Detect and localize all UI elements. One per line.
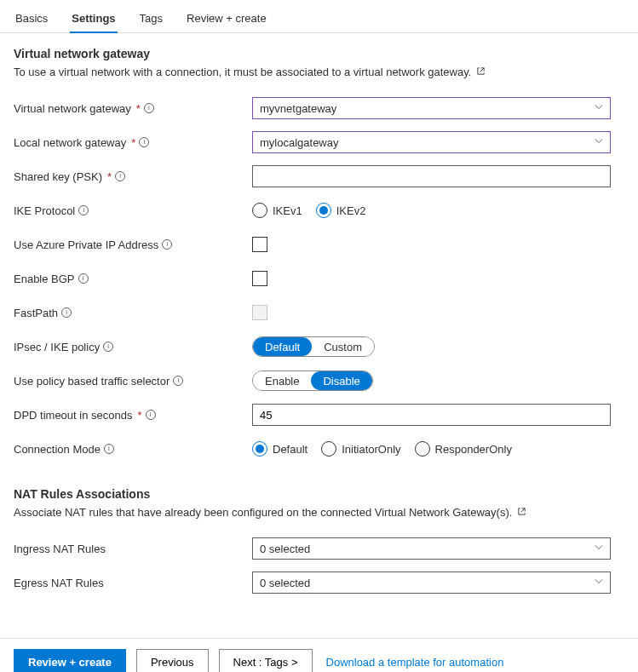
- toggle-policy-selector[interactable]: Enable Disable: [252, 370, 373, 391]
- radio-conn-default[interactable]: Default: [252, 441, 308, 457]
- info-icon[interactable]: i: [139, 137, 149, 147]
- radio-conn-responder-label: ResponderOnly: [435, 443, 512, 456]
- egress-nat-select[interactable]: 0 selected: [252, 571, 611, 594]
- checkbox-fastpath: [252, 305, 267, 320]
- label-vnet-gateway: Virtual network gateway: [14, 102, 131, 115]
- nat-desc: Associate NAT rules that have already be…: [14, 506, 624, 519]
- label-local-gateway: Local network gateway: [14, 136, 126, 149]
- local-gateway-value: mylocalgateway: [260, 136, 339, 149]
- required-icon: *: [107, 170, 112, 183]
- label-fastpath: FastPath: [14, 307, 58, 319]
- label-shared-key: Shared key (PSK): [14, 170, 102, 183]
- info-icon[interactable]: i: [162, 239, 172, 250]
- tab-bar: Basics Settings Tags Review + create: [0, 0, 638, 33]
- radio-ikev2[interactable]: IKEv2: [316, 203, 366, 218]
- radio-conn-initiator-label: InitiatorOnly: [342, 443, 400, 456]
- label-use-private-ip: Use Azure Private IP Address: [14, 238, 158, 251]
- vng-desc-text: To use a virtual network with a connecti…: [14, 66, 471, 78]
- info-icon[interactable]: i: [104, 444, 114, 454]
- required-icon: *: [137, 409, 141, 422]
- label-enable-bgp: Enable BGP: [14, 273, 75, 285]
- info-icon[interactable]: i: [115, 171, 125, 181]
- vng-desc: To use a virtual network with a connecti…: [14, 66, 624, 78]
- checkbox-enable-bgp[interactable]: [252, 271, 267, 286]
- vnet-gateway-select[interactable]: myvnetgateway: [252, 97, 611, 119]
- label-ike-protocol: IKE Protocol: [14, 204, 75, 217]
- info-icon[interactable]: i: [173, 376, 183, 386]
- radio-conn-initiator[interactable]: InitiatorOnly: [321, 441, 400, 457]
- vnet-gateway-value: myvnetgateway: [260, 102, 336, 115]
- tab-tags[interactable]: Tags: [138, 7, 164, 33]
- label-ingress-nat: Ingress NAT Rules: [14, 543, 106, 555]
- label-ipsec-policy: IPsec / IKE policy: [14, 341, 100, 353]
- info-icon[interactable]: i: [78, 205, 89, 215]
- info-icon[interactable]: i: [144, 103, 154, 113]
- info-icon[interactable]: i: [78, 273, 89, 284]
- ingress-nat-value: 0 selected: [260, 543, 310, 555]
- previous-button[interactable]: Previous: [136, 649, 209, 672]
- label-policy-selector: Use policy based traffic selector: [14, 375, 170, 388]
- info-icon[interactable]: i: [146, 410, 156, 420]
- info-icon[interactable]: i: [103, 342, 113, 352]
- ingress-nat-select[interactable]: 0 selected: [252, 537, 611, 560]
- download-template-link[interactable]: Download a template for automation: [326, 656, 504, 669]
- section-nat-rules: NAT Rules Associations Associate NAT rul…: [0, 474, 638, 607]
- label-connection-mode: Connection Mode: [14, 443, 101, 456]
- pill-custom[interactable]: Custom: [312, 337, 374, 356]
- tab-settings[interactable]: Settings: [70, 7, 117, 33]
- footer-bar: Review + create Previous Next : Tags > D…: [0, 638, 638, 672]
- pill-enable[interactable]: Enable: [253, 371, 311, 390]
- next-button[interactable]: Next : Tags >: [219, 649, 313, 672]
- dpd-timeout-input[interactable]: [252, 404, 611, 426]
- info-icon[interactable]: i: [61, 307, 72, 318]
- radio-ikev1-label: IKEv1: [273, 204, 302, 217]
- external-link-icon[interactable]: [517, 506, 526, 519]
- external-link-icon[interactable]: [476, 66, 486, 78]
- label-dpd-timeout: DPD timeout in seconds: [14, 409, 132, 422]
- vng-title: Virtual network gateway: [14, 47, 624, 60]
- egress-nat-value: 0 selected: [260, 577, 310, 589]
- shared-key-input[interactable]: [252, 165, 611, 187]
- pill-disable[interactable]: Disable: [311, 371, 371, 390]
- local-gateway-select[interactable]: mylocalgateway: [252, 131, 611, 153]
- checkbox-use-private-ip[interactable]: [252, 237, 267, 252]
- nat-title: NAT Rules Associations: [14, 487, 624, 501]
- radio-conn-default-label: Default: [273, 443, 308, 456]
- radio-ikev1[interactable]: IKEv1: [252, 203, 302, 218]
- label-egress-nat: Egress NAT Rules: [14, 577, 104, 589]
- radio-conn-responder[interactable]: ResponderOnly: [415, 441, 512, 457]
- toggle-ipsec-policy[interactable]: Default Custom: [252, 336, 375, 357]
- required-icon: *: [131, 136, 135, 149]
- tab-review-create[interactable]: Review + create: [185, 7, 268, 33]
- nat-desc-text: Associate NAT rules that have already be…: [14, 506, 512, 519]
- pill-default[interactable]: Default: [253, 337, 312, 356]
- section-virtual-network-gateway: Virtual network gateway To use a virtual…: [0, 33, 638, 474]
- radio-ikev2-label: IKEv2: [336, 204, 366, 217]
- tab-basics[interactable]: Basics: [14, 7, 49, 33]
- required-icon: *: [136, 102, 141, 115]
- review-create-button[interactable]: Review + create: [14, 649, 126, 672]
